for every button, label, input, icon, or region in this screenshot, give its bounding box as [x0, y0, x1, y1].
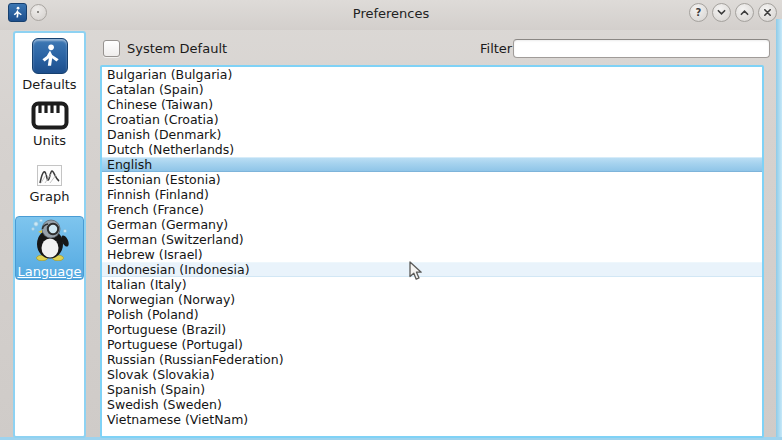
list-item[interactable]: Portuguese (Brazil) [102, 322, 762, 337]
graph-icon [37, 165, 62, 186]
sidebar-item-label: Graph [30, 189, 70, 204]
shade-button[interactable] [712, 3, 731, 22]
sidebar-item-label: Language [17, 264, 81, 279]
filter-input[interactable] [513, 39, 770, 58]
list-item[interactable]: Dutch (Netherlands) [102, 142, 762, 157]
list-item[interactable]: Polish (Poland) [102, 307, 762, 322]
window-title: Preferences [0, 6, 782, 21]
list-item[interactable]: Danish (Denmark) [102, 127, 762, 142]
sidebar-item-language[interactable]: Language [15, 216, 84, 280]
list-item[interactable]: Spanish (Spain) [102, 382, 762, 397]
maximize-button[interactable] [735, 3, 754, 22]
ruler-icon [31, 101, 69, 130]
list-item[interactable]: English [102, 157, 762, 172]
system-default-checkbox[interactable] [103, 40, 120, 57]
list-item[interactable]: German (Switzerland) [102, 232, 762, 247]
list-item[interactable]: French (France) [102, 202, 762, 217]
system-default-label: System Default [127, 41, 227, 56]
list-item[interactable]: Estonian (Estonia) [102, 172, 762, 187]
language-list: Bulgarian (Bulgaria)Catalan (Spain)Chine… [100, 65, 764, 438]
list-item[interactable]: Norwegian (Norway) [102, 292, 762, 307]
window-edge-glow-right [776, 19, 782, 440]
chevron-up-icon [740, 8, 749, 17]
sidebar-item-graph[interactable]: Graph [16, 165, 83, 213]
list-item[interactable]: Indonesian (Indonesia) [102, 262, 762, 277]
titlebar: Preferences ? [0, 0, 782, 30]
list-item[interactable]: Hebrew (Israel) [102, 247, 762, 262]
preferences-window: Preferences ? [0, 0, 782, 440]
close-icon [763, 8, 772, 17]
list-item[interactable]: Croatian (Croatia) [102, 112, 762, 127]
help-button[interactable]: ? [689, 3, 708, 22]
category-sidebar: Defaults Units Graph [13, 31, 86, 438]
list-item[interactable]: Swedish (Sweden) [102, 397, 762, 412]
hiker-icon [32, 38, 68, 74]
help-glyph: ? [696, 8, 702, 18]
list-item[interactable]: Finnish (Finland) [102, 187, 762, 202]
filter-label: Filter [480, 41, 512, 56]
list-item[interactable]: Slovak (Slovakia) [102, 367, 762, 382]
list-item[interactable]: Russian (RussianFederation) [102, 352, 762, 367]
list-item[interactable]: German (Germany) [102, 217, 762, 232]
penguin-icon [28, 217, 72, 261]
list-item[interactable]: Bulgarian (Bulgaria) [102, 67, 762, 82]
list-item[interactable]: Portuguese (Portugal) [102, 337, 762, 352]
sidebar-item-label: Units [33, 133, 66, 148]
list-item[interactable]: Chinese (Taiwan) [102, 97, 762, 112]
list-item[interactable]: Vietnamese (VietNam) [102, 412, 762, 427]
chevron-down-icon [717, 8, 726, 17]
sidebar-item-units[interactable]: Units [16, 101, 83, 157]
sidebar-item-defaults[interactable]: Defaults [16, 38, 83, 96]
list-item[interactable]: Italian (Italy) [102, 277, 762, 292]
sidebar-item-label: Defaults [22, 77, 76, 92]
close-button[interactable] [758, 3, 777, 22]
list-item[interactable]: Catalan (Spain) [102, 82, 762, 97]
